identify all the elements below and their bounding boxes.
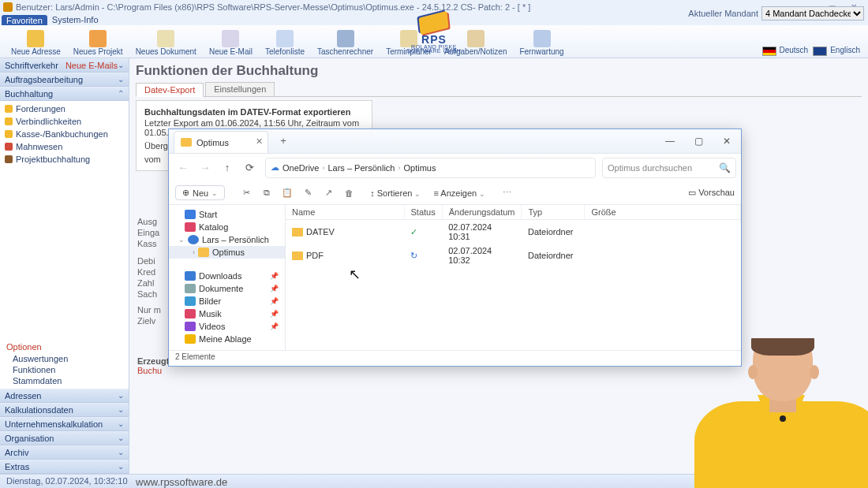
cut-icon[interactable]: ✂ [238,188,255,198]
lang-en[interactable]: Englisch [829,46,863,56]
crumb-lars[interactable]: Lars – Persönlich [327,163,395,173]
menu-favoriten[interactable]: Favoriten [2,15,47,25]
file-row-pdf[interactable]: PDF ↻ 02.07.2024 10:32 Dateiordner [286,244,741,267]
tree-bilder[interactable]: Bilder📌 [169,295,285,307]
flag-de-icon[interactable] [762,47,776,56]
sidebar-buchhaltung[interactable]: Buchhaltung⌃ [0,87,129,101]
col-typ[interactable]: Typ [522,205,585,220]
nav-up-button[interactable]: ↑ [218,158,237,177]
sidebar-projektbuchhaltung[interactable]: Projektbuchhaltung [0,153,129,166]
presenter-overlay [663,338,868,488]
more-icon[interactable]: ⋯ [498,188,515,198]
pin-icon: 📌 [270,272,282,280]
rename-icon[interactable]: ✎ [299,188,316,198]
nav-forward-button[interactable]: → [196,158,215,177]
mandant-select[interactable]: 4 Mandant Dachdecker [761,6,864,20]
sidebar-verbindlichkeiten[interactable]: Verbindlichkeiten [0,115,129,128]
file-row-datev[interactable]: DATEV ✓ 02.07.2024 10:31 Dateiordner [286,220,741,244]
file-explorer-window: Optimus ✕ + — ▢ ✕ ← → ↑ ⟳ ☁ OneDrive › L… [168,129,742,367]
explorer-close[interactable]: ✕ [713,130,741,152]
sort-button[interactable]: ↕ Sortieren ⌄ [370,188,421,198]
breadcrumb[interactable]: ☁ OneDrive › Lars – Persönlich › Optimus [265,158,596,178]
col-datum[interactable]: Änderungsdatum [442,205,522,220]
chevron-down-icon: ⌄ [118,61,124,69]
tree-start[interactable]: Start [169,208,285,221]
sidebar-optionen[interactable]: Optionen [0,341,129,353]
crumb-optimus[interactable]: Optimus [403,163,436,173]
document-icon [157,30,174,47]
explorer-maximize[interactable]: ▢ [684,130,713,152]
chevron-right-icon: › [395,164,403,172]
explorer-titlebar[interactable]: Optimus ✕ + — ▢ ✕ [169,129,741,153]
lang-de[interactable]: Deutsch [778,46,812,56]
nav-back-button[interactable]: ← [174,158,193,177]
new-tab-button[interactable]: + [273,132,294,150]
sidebar-auswertungen[interactable]: Auswertungen [0,353,129,364]
mandant-label: Aktueller Mandant [688,9,758,18]
tree-optimus[interactable]: ›Optimus [169,246,285,259]
home-icon [185,210,196,219]
flag-en-icon[interactable] [813,47,827,56]
folder-icon [292,228,303,237]
sidebar-extras[interactable]: Extras⌄ [0,460,129,474]
remote-icon [533,30,551,47]
sidebar-archiv[interactable]: Archiv⌄ [0,445,129,460]
calculator-icon [337,30,354,47]
explorer-minimize[interactable]: — [656,130,684,152]
tasks-icon [467,30,485,47]
tree-videos[interactable]: Videos📌 [169,320,285,333]
sidebar-stammdaten[interactable]: Stammdaten [0,375,129,386]
nav-refresh-button[interactable]: ⟳ [240,158,259,177]
tree-lars[interactable]: ⌄Lars – Persönlich [169,233,285,246]
tree-downloads[interactable]: Downloads📌 [169,270,285,282]
tab-datev-export[interactable]: Datev-Export [136,83,204,97]
fernwartung-button[interactable]: Fernwartung [513,28,570,58]
sidebar-adressen[interactable]: Adressen⌄ [0,389,129,403]
explorer-tab[interactable]: Optimus ✕ [174,131,268,153]
gallery-icon [185,222,196,232]
rps-logo: RPS ROLAND PISKE SOFTWARE GMBH [407,14,462,54]
tab-close-icon[interactable]: ✕ [256,136,263,147]
tree-ablage[interactable]: Meine Ablage [169,333,285,345]
crumb-onedrive[interactable]: OneDrive [282,163,319,173]
preview-button[interactable]: ▭ Vorschau [688,188,735,198]
mandant-selector: Aktueller Mandant 4 Mandant Dachdecker [688,6,864,20]
sidebar-kassebank[interactable]: Kasse-/Bankbuchungen [0,128,129,140]
sidebar-unternehmenskalkulation[interactable]: Unternehmenskalkulation⌄ [0,417,129,431]
delete-icon[interactable]: 🗑 [340,188,357,198]
taschenrechner-button[interactable]: Taschenrechner [311,28,380,58]
title-path: C:\Program Files (x86)\RPS Software\RPS-… [107,2,414,12]
tree-dokumente[interactable]: Dokumente📌 [169,282,285,295]
view-button[interactable]: ≡ Anzeigen ⌄ [433,188,485,198]
cloud-icon [188,235,199,244]
sidebar-mahnwesen[interactable]: Mahnwesen [0,140,129,153]
neue-email-button[interactable]: Neue E-Mail [203,28,259,58]
sidebar-schriftverkehr[interactable]: Schriftverkehr Neue E-Mails ⌄ [0,58,129,73]
panel-title: Buchhaltungsdaten im DATEV-Format export… [144,107,364,117]
sidebar-kalkulationsdaten[interactable]: Kalkulationsdaten⌄ [0,403,129,417]
sidebar-funktionen[interactable]: Funktionen [0,364,129,375]
project-icon [89,30,107,47]
neue-adresse-button[interactable]: Neue Adresse [5,28,67,58]
neues-dokument-button[interactable]: Neues Dokument [129,28,203,58]
app-icon [3,2,13,12]
sidebar-organisation[interactable]: Organisation⌄ [0,431,129,445]
col-status[interactable]: Status [404,205,442,220]
paste-icon[interactable]: 📋 [279,188,296,198]
tree-musik[interactable]: Musik📌 [169,307,285,320]
share-icon[interactable]: ↗ [320,188,337,198]
new-button[interactable]: ⊕Neu⌄ [175,185,225,200]
tab-einstellungen[interactable]: Einstellungen [205,82,275,96]
sidebar-forderungen[interactable]: Forderungen [0,102,129,115]
explorer-search[interactable]: Optimus durchsuchen 🔍 [602,158,736,178]
plus-icon: ⊕ [182,188,189,198]
copy-icon[interactable]: ⧉ [258,188,275,198]
telefonliste-button[interactable]: Telefonliste [259,28,311,58]
col-name[interactable]: Name [286,205,404,220]
tree-katalog[interactable]: Katalog [169,221,285,233]
col-groesse[interactable]: Größe [585,205,741,220]
page-heading: Funktionen der Buchhaltung [136,63,862,79]
menu-systeminfo[interactable]: System-Info [47,15,103,24]
neues-projekt-button[interactable]: Neues Projekt [67,28,129,58]
sidebar-auftragsbearbeitung[interactable]: Auftragsbearbeitung⌄ [0,73,129,87]
